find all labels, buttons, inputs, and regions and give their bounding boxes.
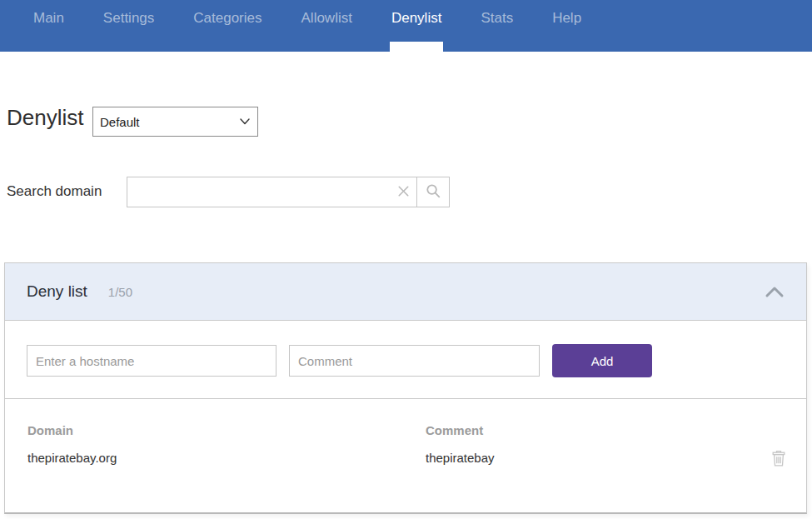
search-domain-label: Search domain <box>7 183 102 200</box>
nav-item-label: Main <box>33 10 64 26</box>
column-header-domain: Domain <box>27 423 73 437</box>
nav-item-label: Denylist <box>391 10 441 26</box>
row-comment-cell: thepiratebay <box>426 451 495 465</box>
deny-list-panel-header: Deny list 1/50 <box>5 263 806 321</box>
nav-item-categories[interactable]: Categories <box>193 10 262 27</box>
deny-list-count-badge: 1/50 <box>108 285 132 299</box>
add-button[interactable]: Add <box>552 344 652 377</box>
collapse-panel-button[interactable] <box>765 285 785 298</box>
row-domain-cell: thepiratebay.org <box>27 451 117 465</box>
nav-item-denylist[interactable]: Denylist <box>391 10 441 27</box>
deny-list-table: Domain Comment thepiratebay.org thepirat… <box>5 398 806 512</box>
search-domain-input[interactable] <box>127 177 390 207</box>
nav-item-label: Stats <box>481 10 513 26</box>
search-button[interactable] <box>416 177 450 207</box>
active-tab-indicator <box>390 42 443 52</box>
clear-search-button[interactable] <box>390 177 416 207</box>
denylist-select-wrap: Default <box>92 107 258 137</box>
search-box <box>127 177 417 207</box>
nav-item-label: Settings <box>103 10 154 26</box>
x-icon <box>396 183 411 202</box>
hostname-input[interactable] <box>27 345 276 377</box>
nav-item-label: Categories <box>193 10 262 26</box>
delete-row-button[interactable] <box>770 449 787 467</box>
chevron-up-icon <box>765 288 785 301</box>
panel-title: Deny list <box>27 282 87 301</box>
column-header-comment: Comment <box>426 423 483 437</box>
denylist-page: Main Settings Categories Allowlist Denyl… <box>0 0 812 519</box>
comment-input[interactable] <box>289 345 540 377</box>
nav-item-stats[interactable]: Stats <box>481 10 513 27</box>
nav-item-help[interactable]: Help <box>552 10 581 27</box>
deny-list-panel: Deny list 1/50 Add Domain Comment thepir… <box>4 262 807 514</box>
page-title: Denylist <box>7 105 83 131</box>
magnifier-icon <box>425 182 441 202</box>
nav-item-settings[interactable]: Settings <box>103 10 154 27</box>
nav-item-label: Allowlist <box>301 10 352 26</box>
nav-item-allowlist[interactable]: Allowlist <box>301 10 352 27</box>
nav-item-main[interactable]: Main <box>33 10 64 27</box>
trash-icon <box>770 457 787 470</box>
denylist-selector[interactable]: Default <box>92 107 258 137</box>
search-group <box>127 177 450 207</box>
nav-item-label: Help <box>552 10 581 26</box>
top-navbar: Main Settings Categories Allowlist Denyl… <box>0 0 812 52</box>
add-entry-form: Add <box>5 322 806 398</box>
